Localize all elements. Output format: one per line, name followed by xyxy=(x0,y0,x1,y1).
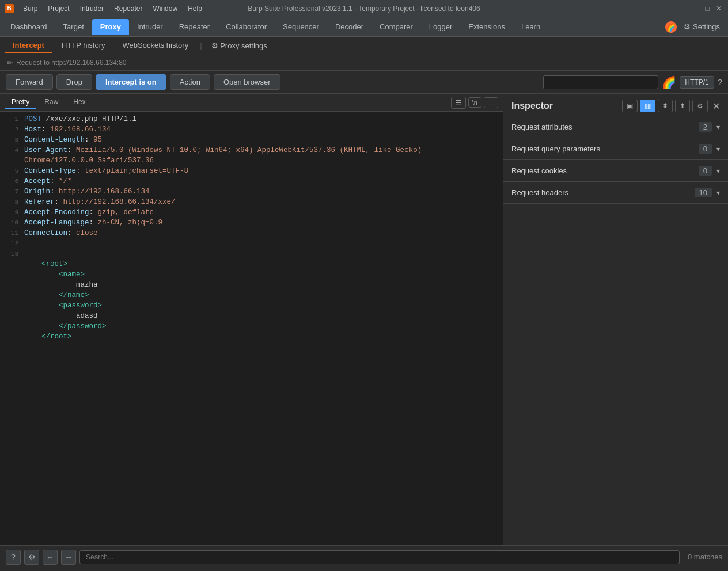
tab-learn[interactable]: Learn xyxy=(513,19,548,35)
search-input[interactable] xyxy=(543,75,658,89)
inspector-view-btn-1[interactable]: ▣ xyxy=(622,100,638,112)
bottom-search-input[interactable] xyxy=(79,550,680,564)
maximize-button[interactable]: □ xyxy=(703,4,712,13)
close-button[interactable]: ✕ xyxy=(714,4,723,13)
line-number: 11 xyxy=(5,229,18,239)
editor-line: 11Connection: close xyxy=(0,229,503,239)
nav-forward-button[interactable]: → xyxy=(61,550,76,565)
tab-logger[interactable]: Logger xyxy=(421,19,460,35)
line-number: 12 xyxy=(5,239,18,250)
forward-button[interactable]: Forward xyxy=(6,74,53,90)
tab-repeater[interactable]: Repeater xyxy=(171,19,218,35)
line-number: 13 xyxy=(5,250,18,260)
colon: : xyxy=(76,167,81,175)
tab-proxy[interactable]: Proxy xyxy=(92,19,129,35)
minimize-button[interactable]: ─ xyxy=(691,4,700,13)
header-name: Content-Type xyxy=(24,167,76,175)
line-content[interactable]: Accept-Language: zh-CN, zh;q=0.9 xyxy=(24,219,498,229)
menu-project[interactable]: Project xyxy=(43,3,74,14)
line-content[interactable]: Origin: http://192.168.66.134 xyxy=(24,188,498,198)
http-version-badge[interactable]: HTTP/1 xyxy=(680,76,714,89)
editor-line: <password> xyxy=(0,302,503,312)
tab-target[interactable]: Target xyxy=(55,19,92,35)
more-options-button[interactable]: ⋮ xyxy=(484,97,498,108)
menu-burp[interactable]: Burp xyxy=(18,3,42,14)
tab-dashboard[interactable]: Dashboard xyxy=(2,19,55,35)
header-value: */* xyxy=(55,177,72,185)
inspector-close-button[interactable]: ✕ xyxy=(712,101,720,112)
line-content[interactable]: <name> xyxy=(24,271,498,281)
inspector-section-label: Request attributes xyxy=(511,123,572,131)
tab-decoder[interactable]: Decoder xyxy=(327,19,371,35)
menu-help[interactable]: Help xyxy=(183,3,207,14)
help-icon[interactable]: ? xyxy=(718,77,722,87)
tab-collaborator[interactable]: Collaborator xyxy=(218,19,275,35)
line-content[interactable]: POST /xxe/xxe.php HTTP/1.1 xyxy=(24,115,498,125)
edit-icon: ✏ xyxy=(7,59,13,67)
tab-sequencer[interactable]: Sequencer xyxy=(275,19,327,35)
sub-tab-intercept[interactable]: Intercept xyxy=(5,39,52,53)
tab-intruder[interactable]: Intruder xyxy=(129,19,171,35)
titlebar-menu: Burp Project Intruder Repeater Window He… xyxy=(18,3,207,14)
tab-raw[interactable]: Raw xyxy=(37,96,65,109)
inspector-view-btn-2[interactable]: ▥ xyxy=(640,100,655,112)
tab-extensions[interactable]: Extensions xyxy=(460,19,513,35)
xml-line: </root> xyxy=(24,333,72,341)
help-circle-button[interactable]: ? xyxy=(6,550,21,565)
inspector-section-header-2[interactable]: Request cookies0▾ xyxy=(503,160,728,181)
nav-back-button[interactable]: ← xyxy=(43,550,58,565)
line-content[interactable]: adasd xyxy=(24,312,498,322)
menu-repeater[interactable]: Repeater xyxy=(109,3,147,14)
status-bar: ? ⚙ ← → 0 matches xyxy=(0,545,728,568)
line-content[interactable]: Referer: http://192.168.66.134/xxe/ xyxy=(24,198,498,208)
wrap-button[interactable]: \n xyxy=(468,97,481,108)
line-content[interactable] xyxy=(24,250,498,260)
line-content[interactable]: <root> xyxy=(24,260,498,271)
menu-intruder[interactable]: Intruder xyxy=(75,3,108,14)
line-content[interactable]: User-Agent: Mozilla/5.0 (Windows NT 10.0… xyxy=(24,146,498,157)
xml-line: </name> xyxy=(24,291,89,299)
inspector-collapse-all-btn[interactable]: ⬍ xyxy=(658,100,673,112)
line-content[interactable]: Content-Type: text/plain;charset=UTF-8 xyxy=(24,167,498,177)
menu-window[interactable]: Window xyxy=(148,3,182,14)
action-button[interactable]: Action xyxy=(170,74,210,90)
sub-tab-http-history[interactable]: HTTP history xyxy=(54,39,113,53)
line-content[interactable]: </root> xyxy=(24,333,498,343)
sub-tab-websockets-history[interactable]: WebSockets history xyxy=(115,39,197,53)
editor-line: Chrome/127.0.0.0 Safari/537.36 xyxy=(0,157,503,167)
editor-line: 13 xyxy=(0,250,503,260)
settings-button[interactable]: ⚙ Settings xyxy=(678,20,726,33)
http-path: /xxe/xxe.php xyxy=(46,115,98,123)
line-content[interactable]: Connection: close xyxy=(24,229,498,239)
line-content[interactable]: Content-Length: 95 xyxy=(24,136,498,146)
drop-button[interactable]: Drop xyxy=(56,74,92,90)
toolbar: Forward Drop Intercept is on Action Open… xyxy=(0,71,728,94)
line-content[interactable]: <password> xyxy=(24,302,498,312)
tab-hex[interactable]: Hex xyxy=(66,96,92,109)
line-number xyxy=(5,322,18,333)
inspector-settings-btn[interactable]: ⚙ xyxy=(692,100,708,112)
inspector-section-header-3[interactable]: Request headers10▾ xyxy=(503,182,728,203)
open-browser-button[interactable]: Open browser xyxy=(214,74,280,90)
editor-line: 4User-Agent: Mozilla/5.0 (Windows NT 10.… xyxy=(0,146,503,157)
inspector-section-header-1[interactable]: Request query parameters0▾ xyxy=(503,138,728,159)
colon: : xyxy=(89,219,94,227)
line-content[interactable]: Chrome/127.0.0.0 Safari/537.36 xyxy=(24,157,498,167)
inspector-section-header-0[interactable]: Request attributes2▾ xyxy=(503,116,728,138)
tab-comparer[interactable]: Comparer xyxy=(371,19,421,35)
tab-pretty[interactable]: Pretty xyxy=(5,96,36,109)
line-content[interactable]: mazha xyxy=(24,281,498,291)
line-content[interactable] xyxy=(24,239,498,250)
inspector-section-count: 10 xyxy=(695,188,712,197)
intercept-toggle-button[interactable]: Intercept is on xyxy=(96,74,166,90)
line-content[interactable]: Accept: */* xyxy=(24,177,498,188)
line-content[interactable]: Accept-Encoding: gzip, deflate xyxy=(24,208,498,219)
header-name: User-Agent xyxy=(24,146,67,154)
list-view-button[interactable]: ☰ xyxy=(451,97,466,109)
inspector-expand-all-btn[interactable]: ⬆ xyxy=(675,100,690,112)
line-content[interactable]: </password> xyxy=(24,322,498,333)
line-content[interactable]: </name> xyxy=(24,291,498,302)
line-content[interactable]: Host: 192.168.66.134 xyxy=(24,125,498,136)
proxy-settings-button[interactable]: ⚙ Proxy settings xyxy=(206,39,273,52)
status-settings-button[interactable]: ⚙ xyxy=(24,550,39,565)
